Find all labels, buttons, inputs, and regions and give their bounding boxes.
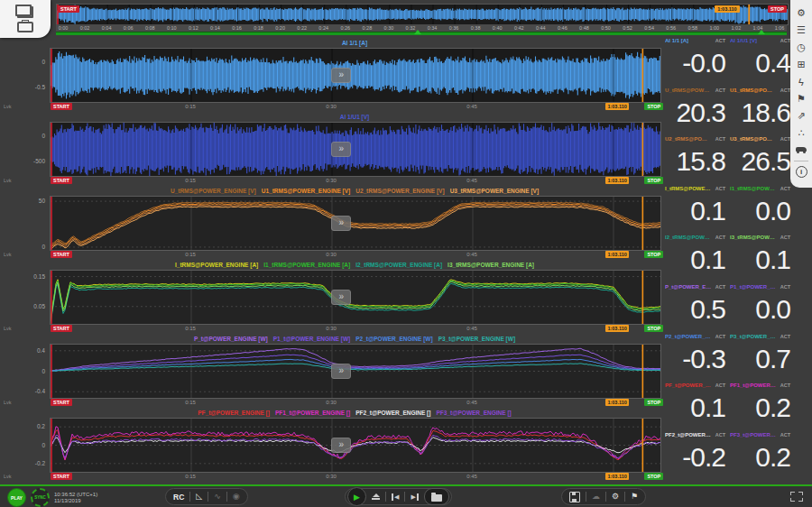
readout-labels: AI 1/U1 [V]ACT xyxy=(730,38,790,46)
cursor-tool-button[interactable]: ◺ xyxy=(196,493,202,501)
readout-cell: AI 1/1 [A]ACT-0.0 xyxy=(665,38,725,87)
vehicle-icon[interactable] xyxy=(792,142,810,159)
channel-name-label: AI 1/1 [A] xyxy=(665,38,688,43)
overview-position-marker[interactable] xyxy=(414,30,421,34)
overview-time-tick: 0:52 xyxy=(623,25,632,31)
gauge-icon[interactable]: ◷ xyxy=(792,39,810,56)
flag-marker-icon[interactable]: ⚑ xyxy=(792,90,810,107)
act-tag: ACT xyxy=(715,88,725,93)
y-axis-tick: 0 xyxy=(0,133,45,139)
chart-plot-p-power[interactable] xyxy=(50,344,661,399)
expand-gap-button[interactable]: » xyxy=(331,142,351,157)
chart-plot-pf-power[interactable] xyxy=(50,418,661,473)
channel-name-label: I1_tRMS@POWER_ENGINE [A] xyxy=(730,186,777,191)
skip-end-button[interactable]: ▶ xyxy=(411,493,418,501)
overview-time-tick: 0:16 xyxy=(232,25,242,31)
overview-recorder[interactable]: START 1:03.110 STOP 0:000:020:040:060:08… xyxy=(56,4,787,34)
chart-title-part: I2_tRMS@POWER_ENGINE [A] xyxy=(355,262,442,268)
readout-value: 0.0 xyxy=(730,292,790,327)
export-icon[interactable]: ⇗ xyxy=(792,107,810,124)
overview-end-marker[interactable] xyxy=(758,30,765,34)
x-axis-tick: 0:15 xyxy=(185,252,196,257)
readout-cell: I3_tRMS@POWER_ENGINE [A]ACT0.1 xyxy=(730,235,790,283)
expand-gap-button[interactable]: » xyxy=(331,438,351,453)
chart-title-part: I1_tRMS@POWER_ENGINE [A] xyxy=(263,262,350,268)
chart-plot-u-rms[interactable] xyxy=(50,196,661,251)
readout-labels: P1_t@POWER_ENGINE [W]ACT xyxy=(730,284,790,292)
act-tag: ACT xyxy=(715,186,725,191)
wave-tool-button[interactable]: ∿ xyxy=(214,493,221,501)
act-tag: ACT xyxy=(715,334,725,339)
chart-title-u-rms: U_tRMS@POWER_ENGINE [V]U1_tRMS@POWER_ENG… xyxy=(50,186,660,196)
chart-plot-i-rms[interactable] xyxy=(50,270,661,325)
readout-labels: PF2_t@POWER_ENGINE []ACT xyxy=(665,432,725,440)
axis-corner-label: Lvk xyxy=(4,178,12,183)
chart-title-ai-1-1: AI 1/1 [A] xyxy=(50,38,660,48)
eject-button[interactable] xyxy=(372,493,380,500)
overview-time-tick: 1:00 xyxy=(709,25,719,31)
channel-list-icon[interactable]: ☰ xyxy=(792,22,810,39)
x-axis-tick: 0:45 xyxy=(466,252,477,257)
flag-event-button[interactable]: ⚑ xyxy=(631,493,638,501)
overview-waveform[interactable]: START 1:03.110 STOP xyxy=(56,4,789,25)
chart-title-part: PF2_t@POWER_ENGINE [] xyxy=(355,410,430,416)
chart-cursor-badge: 1:03.110 xyxy=(605,103,628,110)
chart-plot-ai-1-1[interactable] xyxy=(50,48,661,103)
expand-gap-button[interactable]: » xyxy=(331,290,351,305)
chart-title-part: P2_t@POWER_ENGINE [W] xyxy=(355,336,432,342)
expand-gap-button[interactable]: » xyxy=(331,364,351,379)
readout-labels: PF3_t@POWER_ENGINE []ACT xyxy=(730,432,790,440)
transport-controls: ▶ ◀ ▶ xyxy=(345,488,452,505)
channel-name-label: P_t@POWER_ENGINE [W] xyxy=(665,284,712,290)
status-bar: PLAY SYNC 10:36:52 (UTC+1) 11/13/2019 RC… xyxy=(0,484,812,507)
act-tag: ACT xyxy=(715,136,725,142)
topology-icon[interactable]: ∴ xyxy=(792,124,810,142)
readout-labels: U2_tRMS@POWER_ENGINE [V]ACT xyxy=(665,136,725,144)
chart-start-badge: START xyxy=(51,325,72,332)
act-tag: ACT xyxy=(715,432,725,438)
x-axis-tick: 0:15 xyxy=(185,104,196,109)
readout-labels: I1_tRMS@POWER_ENGINE [A]ACT xyxy=(730,186,790,194)
chart-title-part: U2_tRMS@POWER_ENGINE [V] xyxy=(355,188,444,194)
chart-start-badge: START xyxy=(51,473,72,480)
settings-icon[interactable]: ⚙ xyxy=(792,5,810,22)
act-tag: ACT xyxy=(780,432,790,438)
save-button[interactable] xyxy=(569,492,580,502)
open-file-button[interactable] xyxy=(424,488,449,505)
overview-progress-bar[interactable] xyxy=(56,32,787,35)
readout-cell: P3_t@POWER_ENGINE [W]ACT0.7 xyxy=(730,334,790,383)
x-axis-tick: 0:30 xyxy=(326,178,337,183)
play-button[interactable]: ▶ xyxy=(347,487,366,506)
rc-button[interactable]: RC xyxy=(173,493,184,502)
readout-cell: PF_t@POWER_ENGINE []ACT0.1 xyxy=(665,383,725,431)
expand-gap-button[interactable]: » xyxy=(331,216,351,231)
skip-start-button[interactable]: ◀ xyxy=(392,493,399,501)
info-icon[interactable]: i xyxy=(792,163,810,180)
overview-time-tick: 0:18 xyxy=(254,25,263,31)
overview-time-tick: 0:50 xyxy=(601,25,611,31)
cloud-upload-button[interactable]: ☁ xyxy=(592,493,600,501)
power-icon[interactable]: ϟ xyxy=(792,73,810,90)
channel-name-label: PF3_t@POWER_ENGINE [] xyxy=(730,432,777,438)
chart-i-rms: I_tRMS@POWER_ENGINE [A]I1_tRMS@POWER_ENG… xyxy=(0,260,661,334)
x-axis-tick: 0:30 xyxy=(326,252,337,257)
chart-start-badge: START xyxy=(51,251,72,258)
x-axis-tick: 0:30 xyxy=(326,326,337,331)
readout-value: 18.6 xyxy=(730,96,790,130)
export-settings-button[interactable]: ⚙ xyxy=(612,493,619,501)
axis-corner-label: Lvk xyxy=(4,400,12,405)
readout-cell: I_tRMS@POWER_ENGINE [A]ACT0.1 xyxy=(665,186,725,235)
channel-name-label: P3_t@POWER_ENGINE [W] xyxy=(730,334,777,339)
circle-tool-button[interactable]: ◉ xyxy=(233,493,240,501)
channel-name-label: U2_tRMS@POWER_ENGINE [V] xyxy=(665,136,712,142)
display-selector-tab[interactable] xyxy=(0,0,51,38)
chart-plot-ai-1-u1[interactable] xyxy=(50,122,661,177)
fullscreen-button[interactable] xyxy=(790,492,803,502)
readout-cell: AI 1/U1 [V]ACT0.4 xyxy=(730,38,790,87)
expand-gap-button[interactable]: » xyxy=(331,68,351,83)
chart-title-ai-1-u1: AI 1/U1 [V] xyxy=(50,112,660,122)
overview-stop-badge: STOP xyxy=(768,5,787,13)
readout-cell: P2_t@POWER_ENGINE [W]ACT-0.3 xyxy=(665,334,725,383)
screen-zoom-icon[interactable]: ⊞ xyxy=(792,56,810,73)
channel-name-label: P2_t@POWER_ENGINE [W] xyxy=(665,334,712,339)
